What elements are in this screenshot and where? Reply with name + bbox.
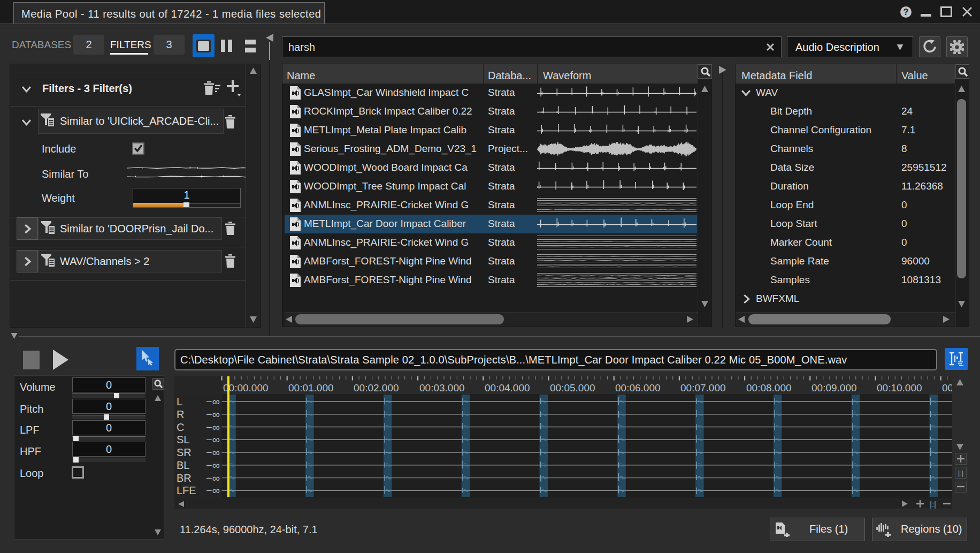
svg-text:00:08.000: 00:08.000 [746, 382, 792, 393]
svg-text:00:03.000: 00:03.000 [419, 382, 465, 393]
svg-text:LFE: LFE [177, 484, 196, 496]
svg-text:−∞: −∞ [206, 459, 220, 471]
svg-text:C: C [177, 421, 184, 433]
svg-text:00:10.000: 00:10.000 [877, 382, 922, 393]
svg-text:−∞: −∞ [206, 421, 220, 433]
svg-text:00:02.000: 00:02.000 [354, 382, 399, 393]
svg-text:BR: BR [177, 472, 192, 484]
svg-text:00:11.000: 00:11.000 [942, 382, 952, 393]
svg-text:?: ? [904, 7, 909, 17]
svg-text:00:07.000: 00:07.000 [680, 382, 726, 393]
svg-text:00:01.000: 00:01.000 [288, 382, 334, 393]
svg-text:−∞: −∞ [206, 472, 220, 484]
svg-text:R: R [177, 408, 184, 420]
svg-text:SL: SL [177, 434, 189, 445]
svg-text:00:09.000: 00:09.000 [811, 382, 857, 393]
svg-text:SR: SR [177, 446, 192, 458]
svg-text:00:06.000: 00:06.000 [615, 382, 661, 393]
svg-text:−∞: −∞ [206, 396, 220, 407]
svg-text:|:|: |:| [930, 499, 936, 509]
svg-text:−∞: −∞ [206, 446, 220, 458]
svg-text:BL: BL [177, 459, 189, 471]
svg-text:00:05.000: 00:05.000 [550, 382, 595, 393]
svg-text:00:00.000: 00:00.000 [223, 382, 269, 393]
svg-text:−∞: −∞ [206, 434, 220, 445]
svg-text:−∞: −∞ [206, 484, 220, 496]
svg-text:L: L [177, 396, 182, 407]
svg-text:−∞: −∞ [206, 408, 220, 420]
svg-text:00:04.000: 00:04.000 [485, 382, 530, 393]
